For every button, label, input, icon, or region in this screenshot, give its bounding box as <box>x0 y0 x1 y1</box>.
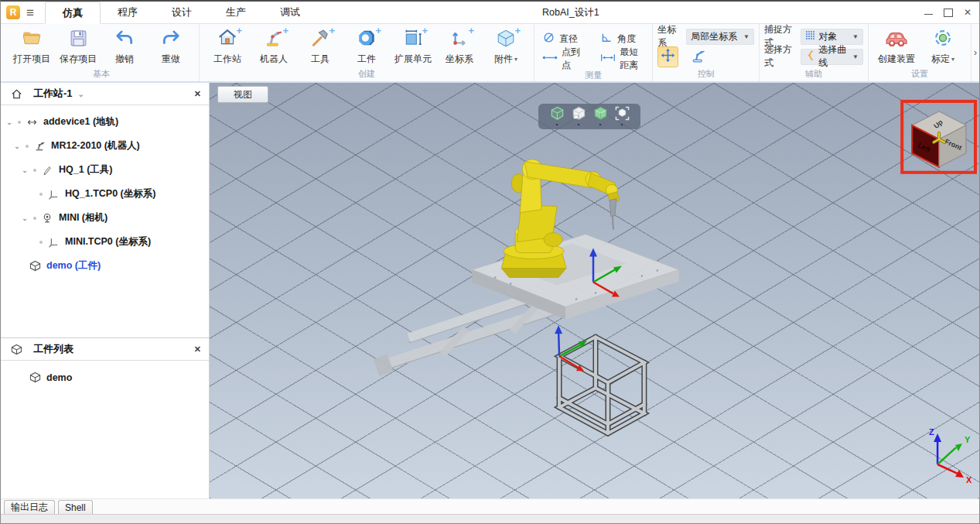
tree-item-demo[interactable]: demo <box>1 365 209 389</box>
folder-icon <box>22 28 42 51</box>
bottom-tab-1[interactable]: 输出日志 <box>4 500 55 514</box>
tree-item-MINI.TCP0 (坐标系)[interactable]: MINI.TCP0 (坐标系) <box>1 230 209 254</box>
expander-chevron-icon[interactable]: ⌄ <box>19 166 30 174</box>
ribbon-group-measure: 直径角度点到点最短距离测量 <box>534 24 653 81</box>
menu-tab-2[interactable]: 程序 <box>101 2 155 23</box>
tree-item-HQ_1 (工具)[interactable]: ⌄HQ_1 (工具) <box>1 158 209 182</box>
ribbon-button-坐标系[interactable]: +坐标系 <box>436 26 483 67</box>
jog-robot-button[interactable] <box>688 47 708 67</box>
status-bar <box>1 514 979 524</box>
hamburger-menu-icon[interactable]: ≡ <box>26 6 34 19</box>
tree-bullet <box>30 217 39 220</box>
diameter-icon <box>542 31 555 46</box>
parts-panel-close-icon[interactable]: ✕ <box>194 344 201 354</box>
solid-cube-icon <box>593 106 608 123</box>
display-mode-button-wireframe-cube-icon[interactable]: ▾ <box>550 106 565 127</box>
view-cube[interactable]: Up Left Front <box>902 101 975 173</box>
camera-icon <box>39 213 55 224</box>
chevron-down-icon[interactable]: ▾ <box>514 56 517 63</box>
move-tool-button[interactable] <box>657 46 678 67</box>
ribbon-button-label: 工件 <box>357 53 376 66</box>
ribbon-button-创建装置[interactable]: 创建装置 <box>873 26 920 67</box>
measure-button-label: 直径 <box>559 33 578 46</box>
ribbon-button-工件[interactable]: +工件 <box>343 26 390 67</box>
coordinate-system-label: 坐标系 <box>657 23 681 50</box>
bottom-tab-strip: 输出日志Shell <box>1 498 979 514</box>
move-icon <box>661 48 675 65</box>
ribbon-button-附件[interactable]: +附件▾ <box>483 26 529 67</box>
menu-tab-4[interactable]: 生产 <box>209 2 263 23</box>
tree-bullet <box>30 169 39 172</box>
tree-item-demo (工件)[interactable]: demo (工件) <box>1 254 209 278</box>
window-title: RobAI_设计1 <box>542 2 599 23</box>
ribbon-button-机器人[interactable]: +机器人 <box>251 26 297 67</box>
save-icon <box>69 29 88 51</box>
fit-view-icon <box>615 106 630 123</box>
select-mode-dropdown[interactable]: 选择曲线▼ <box>801 49 863 65</box>
expander-chevron-icon[interactable]: ⌄ <box>12 142 22 150</box>
measure-button-直径[interactable]: 直径 <box>539 31 589 46</box>
expander-chevron-icon[interactable]: ⌄ <box>4 118 15 126</box>
tree-item-label: HQ_1.TCP0 (坐标系) <box>65 187 155 200</box>
bottom-tab-2[interactable]: Shell <box>58 500 93 514</box>
nav-axes-triad: Z Y X <box>929 427 972 485</box>
expander-chevron-icon[interactable]: ⌄ <box>19 214 30 222</box>
chevron-down-icon: ▾ <box>620 122 623 127</box>
viewport-view-tab[interactable]: 视图 <box>217 86 268 103</box>
target-icon <box>933 28 953 51</box>
station-panel-close-icon[interactable]: ✕ <box>194 89 201 99</box>
ribbon-button-打开项目[interactable]: 打开项目 <box>9 26 55 67</box>
measure-button-最短距离[interactable]: 最短距离 <box>597 46 647 72</box>
menu-tab-5[interactable]: 调试 <box>263 2 317 23</box>
workpiece-frame[interactable] <box>559 337 644 433</box>
ribbon-button-重做[interactable]: 重做 <box>148 26 194 67</box>
ribbon-button-label: 重做 <box>162 53 180 66</box>
ribbon-button-label: 创建装置 <box>878 53 915 66</box>
measure-button-label: 最短距离 <box>620 46 644 72</box>
ribbon-button-工具[interactable]: +工具 <box>297 26 343 67</box>
tree-bullet <box>15 121 24 124</box>
tree-item-MINI (相机)[interactable]: ⌄MINI (相机) <box>1 206 209 230</box>
robot-arm-icon <box>32 140 47 152</box>
ribbon-button-工作站[interactable]: +工作站 <box>204 26 251 67</box>
chevron-down-icon[interactable]: ⌄ <box>78 90 84 98</box>
tree-item-HQ_1.TCP0 (坐标系)[interactable]: HQ_1.TCP0 (坐标系) <box>1 182 209 206</box>
measure-button-角度[interactable]: 角度 <box>597 31 647 46</box>
app-logo[interactable]: R <box>6 5 20 19</box>
3d-viewport[interactable]: Up Left Front <box>210 83 979 498</box>
distance-icon <box>600 53 616 64</box>
ribbon-button-撤销[interactable]: 撤销 <box>101 26 148 67</box>
ribbon-button-保存项目[interactable]: 保存项目 <box>55 26 101 67</box>
close-button[interactable]: ✕ <box>964 8 971 17</box>
minimize-button[interactable] <box>924 14 933 15</box>
axis-z-label: Z <box>929 427 934 437</box>
jog-robot-icon <box>691 48 706 66</box>
display-mode-button-solid-cube-icon[interactable]: ▾ <box>593 106 608 127</box>
tool-pen-icon <box>39 165 55 176</box>
measure-button-点到点[interactable]: 点到点 <box>539 46 589 72</box>
tree-item-MR12-2010 (机器人)[interactable]: ⌄MR12-2010 (机器人) <box>1 134 209 158</box>
maximize-button[interactable] <box>944 9 953 17</box>
chevron-down-icon: ▼ <box>743 33 750 40</box>
ribbon-button-label: 标定 <box>931 53 950 66</box>
title-bar: R ≡ 仿真程序设计生产调试 RobAI_设计1 ✕ <box>1 2 979 24</box>
chevron-down-icon: ▾ <box>555 122 558 127</box>
parts-panel-header: 工件列表 ✕ <box>1 338 209 361</box>
menu-tab-3[interactable]: 设计 <box>155 2 209 23</box>
plus-badge-icon: + <box>422 26 428 36</box>
ribbon-button-标定[interactable]: 标定▾ <box>920 26 966 67</box>
display-mode-button-fit-view-icon[interactable]: ▾ <box>615 106 630 127</box>
ribbon-button-扩展单元[interactable]: +扩展单元 <box>390 26 436 67</box>
plus-badge-icon: + <box>468 26 474 36</box>
plus-badge-icon: + <box>282 26 289 36</box>
menu-tab-1[interactable]: 仿真 <box>45 2 101 24</box>
plus-badge-icon: + <box>514 26 521 36</box>
tree-item-addevice1 (地轨)[interactable]: ⌄addevice1 (地轨) <box>1 110 209 134</box>
ribbon-overflow-arrow[interactable]: › <box>971 47 979 58</box>
ribbon-group-settings: 创建装置标定▾设置 <box>869 24 971 81</box>
ribbon-button-label: 撤销 <box>115 53 134 66</box>
snap-mode-dropdown[interactable]: 对象▼ <box>801 29 863 45</box>
display-mode-button-white-cube-icon[interactable]: ▾ <box>572 106 586 127</box>
chevron-down-icon[interactable]: ▾ <box>951 56 954 63</box>
coordinate-system-dropdown[interactable]: 局部坐标系▼ <box>686 29 754 45</box>
